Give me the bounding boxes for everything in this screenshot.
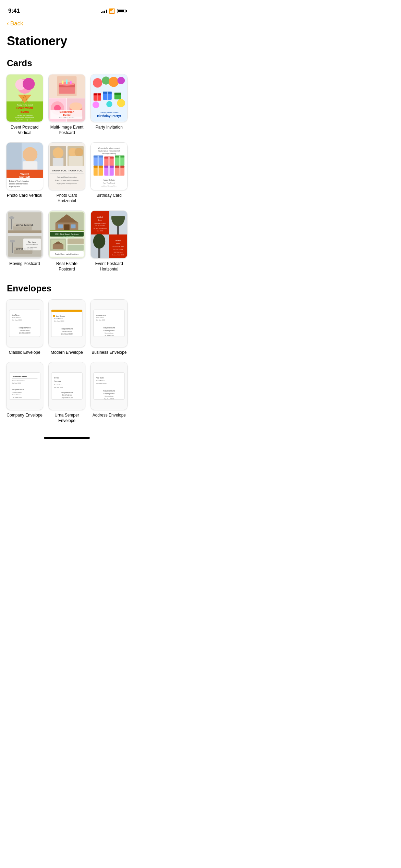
svg-rect-98 <box>119 166 121 176</box>
card-thumbnail-photo-card-horizontal: THANK YOU. THANK YOU. Date and Time Info… <box>48 142 85 190</box>
svg-text:Street Address: Street Address <box>62 395 72 396</box>
svg-text:We wanted to take a moment: We wanted to take a moment <box>98 147 120 149</box>
card-item-company-envelope[interactable]: COMPANY NAME Business Street Address Cit… <box>5 362 44 423</box>
card-thumbnail-event-postcard-horizontal: Untitled Event December 1, 2023 5:00 PM … <box>90 210 127 258</box>
card-item-classic-envelope[interactable]: Your Name Street Address City, State 000… <box>5 299 44 355</box>
card-item-party-invitation[interactable]: Tracey, you're invited Birthday Party! P… <box>90 74 128 135</box>
svg-text:Recipient Name: Recipient Name <box>12 389 24 390</box>
svg-rect-108 <box>8 231 41 233</box>
svg-rect-86 <box>108 157 110 167</box>
card-label-multi-image-event-postcard: Multi-Image Event Postcard <box>48 125 86 135</box>
svg-text:5:00 PM - 8:00 PM: 5:00 PM - 8:00 PM <box>113 249 123 251</box>
svg-rect-66 <box>53 158 63 167</box>
svg-text:Tracey, you're invited: Tracey, you're invited <box>17 104 33 106</box>
svg-text:City, State 00000: City, State 00000 <box>12 383 21 384</box>
card-item-multi-image-event-postcard[interactable]: Celebration Event Date and Time · Locati… <box>48 74 86 135</box>
card-item-address-envelope[interactable]: Your Name Street Address City, State 000… <box>90 362 128 423</box>
svg-text:Uma Semper: Uma Semper <box>56 315 65 317</box>
svg-text:Street Address: Street Address <box>62 330 72 332</box>
svg-text:You're: You're <box>20 172 29 176</box>
cards-section-header: Cards <box>0 55 134 74</box>
svg-text:Tracey, you're invited: Tracey, you're invited <box>100 111 119 113</box>
card-thumbnail-moving-postcard: We've Moved. We've Moved. New Name New S… <box>6 210 43 258</box>
card-item-photo-card-vertical[interactable]: You're Invited! Date and Time Informatio… <box>5 142 44 204</box>
signal-icon <box>101 9 107 13</box>
svg-rect-95 <box>108 166 110 176</box>
back-label: Back <box>10 20 23 27</box>
svg-rect-20 <box>62 81 63 84</box>
card-label-modern-envelope: Modern Envelope <box>51 350 83 355</box>
svg-text:1234 Main Street: 1234 Main Street <box>114 252 123 253</box>
card-label-company-envelope: Company Envelope <box>7 413 42 418</box>
svg-rect-89 <box>119 156 121 166</box>
card-item-urna-semper-envelope[interactable]: Urna Semper Street Address City, State 0… <box>48 362 86 423</box>
svg-text:Happy Birthday: Happy Birthday <box>103 179 116 181</box>
svg-text:New Street Address: New Street Address <box>26 244 38 246</box>
svg-text:From Your Friends: From Your Friends <box>103 182 116 184</box>
svg-text:Urna: Urna <box>54 377 59 379</box>
svg-point-65 <box>53 147 63 158</box>
card-thumbnail-classic-envelope: Your Name Street Address City, State 000… <box>6 299 43 347</box>
card-item-real-estate-postcard[interactable]: 4321 First Street, Anytown Listed for $0… <box>48 210 86 272</box>
svg-text:Event: Event <box>116 243 121 245</box>
svg-text:Reply by Date · email@email.co: Reply by Date · email@email.com <box>57 183 77 184</box>
svg-text:Celebration: Celebration <box>16 106 33 110</box>
svg-text:Street Address: Street Address <box>54 318 63 320</box>
svg-rect-17 <box>59 86 75 94</box>
card-item-business-envelope[interactable]: Company Name Street Address City, State … <box>90 299 128 355</box>
svg-rect-43 <box>107 92 108 100</box>
back-button[interactable]: ‹ Back <box>7 20 23 27</box>
svg-text:5:00 PM - 8:00 PM: 5:00 PM - 8:00 PM <box>95 226 105 227</box>
svg-rect-170 <box>51 310 82 337</box>
page-title: Stationery <box>7 34 127 48</box>
card-thumbnail-urna-semper-envelope: Urna Semper Street Address City, State 0… <box>48 362 85 410</box>
card-thumbnail-photo-card-vertical: You're Invited! Date and Time Informatio… <box>6 142 43 190</box>
card-item-birthday-card[interactable]: We wanted to take a moment to wish you a… <box>90 142 128 204</box>
svg-text:Reply by Date · email@email.co: Reply by Date · email@email.com <box>16 119 34 121</box>
svg-text:Your Name: Your Name <box>12 314 19 316</box>
card-item-moving-postcard[interactable]: We've Moved. We've Moved. New Name New S… <box>5 210 44 272</box>
svg-text:City, State 00000: City, State 00000 <box>104 335 114 336</box>
svg-text:Date and Time Information: Date and Time Information <box>9 180 29 182</box>
svg-rect-150 <box>109 211 127 216</box>
svg-point-35 <box>102 76 110 85</box>
card-label-moving-postcard: Moving Postcard <box>9 261 40 267</box>
wifi-icon: 📶 <box>109 8 115 14</box>
card-label-classic-envelope: Classic Envelope <box>9 350 40 355</box>
svg-text:City, State 00000: City, State 00000 <box>27 247 37 249</box>
card-item-event-postcard-vertical[interactable]: Tracey, you're invited Celebration Event… <box>5 74 44 135</box>
svg-point-112 <box>10 240 15 243</box>
svg-rect-21 <box>66 80 68 84</box>
card-thumbnail-party-invitation: Tracey, you're invited Birthday Party! <box>90 74 127 122</box>
svg-text:City, State 00000: City, State 00000 <box>96 320 105 321</box>
svg-text:Reply by Date: Reply by Date <box>9 186 20 188</box>
svg-text:New Name: New Name <box>28 241 36 243</box>
card-item-event-postcard-horizontal[interactable]: Untitled Event December 1, 2023 5:00 PM … <box>90 210 128 272</box>
svg-text:Business Street Address: Business Street Address <box>12 380 25 382</box>
card-thumbnail-real-estate-postcard: 4321 First Street, Anytown Listed for $0… <box>48 210 85 258</box>
svg-text:and happy birthday.: and happy birthday. <box>102 153 117 155</box>
card-thumbnail-company-envelope: COMPANY NAME Business Street Address Cit… <box>6 362 43 410</box>
svg-text:Event: Event <box>21 110 29 113</box>
card-item-photo-card-horizontal[interactable]: THANK YOU. THANK YOU. Date and Time Info… <box>48 142 86 204</box>
svg-rect-127 <box>50 230 84 231</box>
svg-rect-132 <box>68 239 84 244</box>
svg-text:Street Address: Street Address <box>105 332 114 334</box>
svg-text:City, State 00000: City, State 00000 <box>104 398 114 400</box>
card-item-modern-envelope[interactable]: Uma Semper Street Address City, State 00… <box>48 299 86 355</box>
svg-text:December 1, 2023: December 1, 2023 <box>113 246 124 248</box>
svg-text:Recipient Name: Recipient Name <box>61 392 73 394</box>
battery-icon <box>117 9 125 13</box>
svg-point-46 <box>93 101 99 108</box>
svg-text:to wish you a very wonderful: to wish you a very wonderful <box>98 150 120 152</box>
svg-text:Company Name: Company Name <box>104 393 114 395</box>
svg-text:Street Address: Street Address <box>54 384 62 386</box>
svg-point-69 <box>75 148 84 157</box>
card-label-party-invitation: Party Invitation <box>96 125 123 130</box>
svg-text:Recipient Name: Recipient Name <box>19 327 31 328</box>
nav-bar: ‹ Back <box>0 17 134 28</box>
svg-text:Semper: Semper <box>54 380 61 382</box>
svg-point-34 <box>93 78 102 87</box>
card-label-business-envelope: Business Envelope <box>92 350 126 355</box>
svg-text:Street Address: Street Address <box>105 396 114 397</box>
